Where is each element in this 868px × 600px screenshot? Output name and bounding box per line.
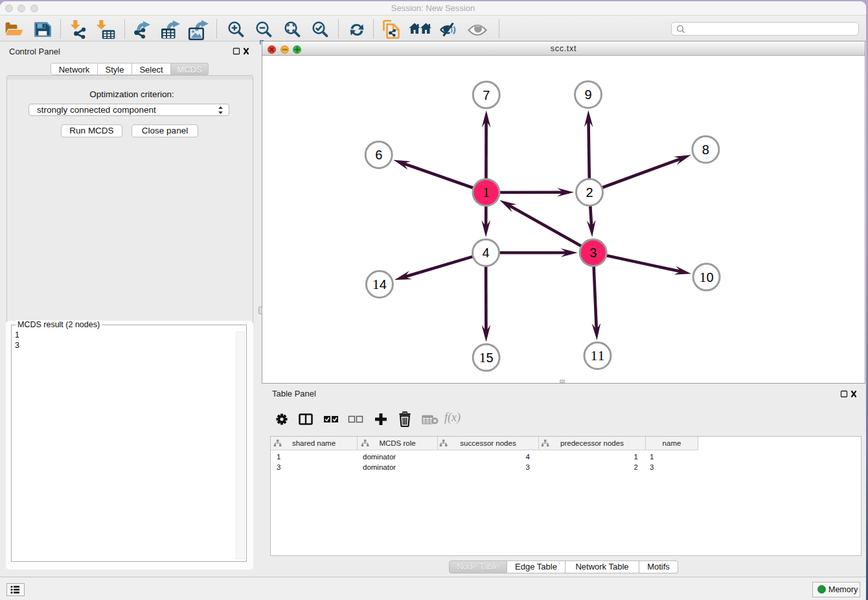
svg-text:7: 7 <box>483 88 490 102</box>
svg-text:1: 1 <box>479 349 486 365</box>
svg-text:1: 1 <box>700 269 707 285</box>
svg-text:4: 4 <box>380 277 387 292</box>
svg-text:4: 4 <box>482 246 489 260</box>
svg-text:1: 1 <box>598 347 605 363</box>
svg-text:6: 6 <box>375 148 382 162</box>
svg-text:1: 1 <box>591 347 598 363</box>
svg-text:0: 0 <box>707 270 714 284</box>
svg-text:3: 3 <box>589 246 597 260</box>
svg-text:1: 1 <box>483 184 490 200</box>
svg-text:1: 1 <box>372 276 380 292</box>
svg-text:2: 2 <box>586 185 593 200</box>
svg-text:5: 5 <box>486 351 494 365</box>
svg-text:8: 8 <box>702 143 709 157</box>
svg-text:9: 9 <box>584 87 591 102</box>
